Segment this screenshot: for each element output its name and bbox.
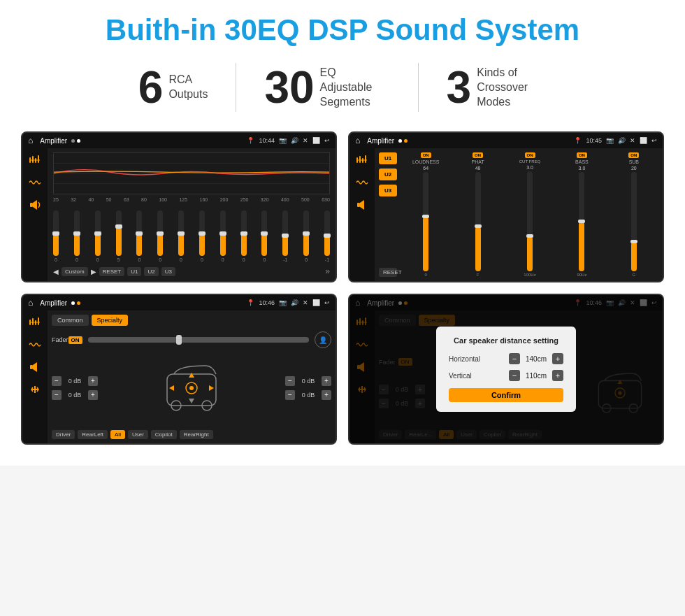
reset-btn[interactable]: RESET [99,267,125,276]
crossover-reset[interactable]: RESET [379,268,397,277]
home-icon-2[interactable]: ⌂ [355,136,360,145]
fader-slider[interactable] [88,337,309,343]
eq-icon-2[interactable] [356,154,368,166]
screen1-title: Amplifier [40,137,67,145]
eq-icon-3[interactable] [29,316,41,329]
channels-container: ON LOUDNESS 64 0 ON PHAT [401,152,658,277]
copilot-btn[interactable]: Copilot [151,430,177,439]
phat-on[interactable]: ON [473,152,483,158]
eq-slider-7[interactable]: 0 [199,210,205,262]
eq-slider-9[interactable]: 0 [241,210,247,262]
bass-on[interactable]: ON [577,152,587,158]
arrows-icon-3[interactable] [29,383,41,396]
rl-plus[interactable]: + [88,390,98,400]
fl-minus[interactable]: − [52,376,62,386]
back-icon-2[interactable]: ↩ [651,137,657,144]
channel-phat: ON PHAT 48 F [453,152,502,277]
cutfreq-on[interactable]: ON [525,152,535,158]
fr-minus[interactable]: − [285,376,295,386]
wave-icon-3[interactable] [29,338,41,351]
expand-icon[interactable]: » [325,266,330,276]
svg-rect-19 [32,318,34,325]
vol-right: − 0 dB + − 0 dB + [285,376,331,400]
eq-icon[interactable] [29,154,41,166]
eq-slider-5[interactable]: 0 [157,210,163,262]
loudness-on[interactable]: ON [421,152,431,158]
u3-btn[interactable]: U3 [161,267,175,276]
tab-specialty[interactable]: Specialty [92,315,129,326]
eq-slider-8[interactable]: 0 [220,210,226,262]
rr-plus[interactable]: + [322,390,331,400]
speaker-icon-3[interactable] [29,361,41,373]
rearleft-btn[interactable]: RearLeft [78,430,108,439]
prev-icon[interactable]: ◀ [53,268,59,275]
wave-icon-2[interactable] [356,176,368,189]
fader-on-btn[interactable]: ON [68,336,82,344]
eq-slider-13[interactable]: -1 [324,210,330,262]
camera-icon-3: 📷 [279,299,287,306]
rr-val: 0 dB [298,392,319,399]
loudness-label: LOUDNESS [412,159,440,164]
eq-slider-2[interactable]: 0 [95,210,101,262]
rearright-btn[interactable]: RearRight [180,430,213,439]
speaker-icon[interactable] [29,199,41,211]
channel-sub: ON SUB 20 G [610,152,658,277]
rr-minus[interactable]: − [285,390,295,400]
location-icon-2: 📍 [574,137,582,144]
horizontal-plus[interactable]: + [552,353,563,364]
user-btn[interactable]: User [128,430,148,439]
eq-slider-10[interactable]: 0 [261,210,267,262]
wifi-icon-3: ✕ [303,299,308,306]
u1-btn[interactable]: U1 [127,267,141,276]
eq-slider-4[interactable]: 0 [136,210,142,262]
sub-on[interactable]: ON [628,152,639,158]
eq-slider-11[interactable]: -1 [282,210,288,262]
back-icon[interactable]: ↩ [324,137,330,144]
speaker-icon-2[interactable] [356,199,368,211]
eq-slider-3[interactable]: 5 [116,210,122,262]
preset-u2[interactable]: U2 [379,169,397,180]
vertical-label: Vertical [449,372,487,380]
play-icon[interactable]: ▶ [91,268,96,275]
fr-plus[interactable]: + [322,376,331,386]
eq-slider-0[interactable]: 0 [53,210,59,262]
tab-common[interactable]: Common [52,315,89,326]
rl-minus[interactable]: − [52,390,62,400]
screen1-status-right: 📍 10:44 📷 🔊 ✕ ⬜ ↩ [247,137,330,144]
eq-slider-1[interactable]: 0 [74,210,80,262]
battery-icon: ⬜ [312,137,320,144]
u2-btn[interactable]: U2 [144,267,158,276]
all-btn[interactable]: All [110,430,125,439]
wave-icon[interactable] [29,176,41,189]
sub-slider[interactable] [631,172,637,271]
horizontal-minus[interactable]: − [509,353,520,364]
battery-icon-3: ⬜ [312,299,320,306]
screen3-title: Amplifier [40,299,67,307]
stats-row: 6 RCAOutputs 30 EQ AdjustableSegments 3 … [21,63,664,112]
home-icon-3[interactable]: ⌂ [28,298,33,308]
back-icon-3[interactable]: ↩ [324,299,330,306]
driver-btn[interactable]: Driver [52,430,75,439]
preset-u3[interactable]: U3 [379,185,397,196]
vertical-plus[interactable]: + [552,370,563,381]
vertical-value: 110cm [523,372,549,380]
vertical-minus[interactable]: − [509,370,520,381]
fl-plus[interactable]: + [88,376,98,386]
screen4-body: Common Specialty Fader ON −0 dB+ −0 dB+ [349,310,663,443]
home-icon[interactable]: ⌂ [28,136,33,145]
s3dot1 [71,301,75,305]
preset-u1[interactable]: U1 [379,152,397,164]
eq-preset-label[interactable]: Custom [62,267,88,276]
loudness-slider[interactable] [423,172,428,271]
bass-label: BASS [575,159,589,164]
bass-slider[interactable] [579,172,584,271]
eq-slider-12[interactable]: 0 [303,210,309,262]
cutfreq-val: 3.0 [526,165,533,170]
phat-slider[interactable] [475,172,481,271]
stat-eq: 30 EQ AdjustableSegments [236,65,417,110]
vol-left: − 0 dB + − 0 dB + [52,376,98,400]
confirm-button[interactable]: Confirm [449,388,563,402]
eq-main: 25 32 40 50 63 80 100 125 160 200 250 32… [48,148,336,281]
eq-slider-6[interactable]: 0 [178,210,184,262]
cutfreq-slider[interactable] [527,171,533,271]
